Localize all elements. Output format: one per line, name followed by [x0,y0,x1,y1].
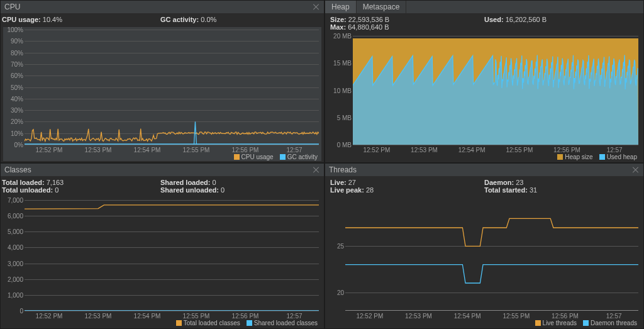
y-tick: 0% [3,142,23,148]
y-tick: 70% [3,60,23,67]
live-label: Live: [330,179,347,186]
y-tick: 10% [3,130,23,137]
x-tick: 12:53 PM [85,147,112,153]
chart-legend: Heap sizeUsed heap [557,152,637,161]
heap-used-value: 16,202,560 B [506,16,547,23]
heap-size-value: 22,593,536 B [348,16,389,23]
cpu-title: CPU [4,3,20,11]
y-tick: 60% [3,72,23,79]
y-tick: 20% [3,118,23,125]
y-tick: 3,000 [3,260,23,267]
live-peak-label: Live peak: [330,186,364,194]
chart-legend: CPU usageGC activity [234,152,318,161]
classes-chart[interactable]: 7,0006,0005,0004,0003,0002,0001,000012:5… [3,198,321,327]
cpu-usage-value: 10.4% [43,16,62,23]
y-tick: 20 MB [328,33,352,40]
threads-chart[interactable]: 252012:52 PM12:53 PM12:54 PM12:55 PM12:5… [328,198,641,327]
shared-loaded-value: 0 [213,179,216,186]
cpu-panel: CPU CPU usage: 10.4% GC activity: 0.0% 1… [0,0,325,163]
x-tick: 12:52 PM [36,313,63,320]
x-tick: 12:53 PM [405,313,432,320]
total-loaded-label: Total loaded: [2,179,45,186]
classes-panel: Classes Total loaded: 7,163 Total unload… [0,163,325,329]
threads-title: Threads [329,165,357,174]
daemon-value: 23 [516,179,523,186]
threads-titlebar: Threads [325,164,643,176]
classes-titlebar: Classes [1,164,324,176]
threads-panel: Threads Live: 27 Live peak: 28 Daemon: 2… [325,163,644,329]
y-tick: 20 [328,289,344,296]
y-tick: 100% [3,26,23,33]
cpu-titlebar: CPU [1,1,324,13]
shared-unloaded-label: Shared unloaded: [160,186,219,194]
tab-heap[interactable]: Heap [325,1,357,13]
close-icon[interactable] [313,3,320,11]
close-icon[interactable] [313,166,320,174]
x-tick: 12:55 PM [502,313,530,320]
x-tick: 12:53 PM [85,313,112,320]
total-unloaded-label: Total unloaded: [2,186,53,194]
cpu-chart[interactable]: 100%90%80%70%60%50%40%30%20%10%0%12:52 P… [3,27,321,161]
y-tick: 6,000 [3,213,23,220]
y-tick: 30% [3,107,23,114]
y-tick: 40% [3,95,23,102]
y-tick: 90% [3,38,23,45]
heap-tabs: Heap Metaspace [325,1,643,13]
heap-chart[interactable]: 20 MB15 MB10 MB5 MB0 MB12:52 PM12:53 PM1… [328,35,641,161]
cpu-usage-label: CPU usage: [2,16,41,23]
x-tick: 12:54 PM [454,313,481,320]
y-tick: 2,000 [3,276,23,282]
threads-stats: Live: 27 Live peak: 28 Daemon: 23 Total … [325,176,643,198]
x-tick: 12:52 PM [363,147,390,153]
chart-legend: Live threadsDaemon threads [535,318,637,327]
gc-activity-value: 0.0% [201,16,216,23]
x-tick: 12:53 PM [411,147,438,153]
x-tick: 12:54 PM [134,147,161,153]
y-tick: 4,000 [3,244,23,251]
x-tick: 12:54 PM [134,313,161,320]
started-label: Total started: [484,186,528,194]
total-unloaded-value: 0 [55,186,58,194]
x-tick: 12:54 PM [458,147,486,153]
y-tick: 0 [3,308,23,315]
shared-loaded-label: Shared loaded: [160,179,210,186]
x-tick: 12:55 PM [506,147,533,153]
shared-unloaded-value: 0 [221,186,225,194]
heap-max-value: 64,880,640 B [348,23,389,31]
y-tick: 0 MB [328,142,352,148]
heap-panel: Heap Metaspace Size: 22,593,536 B Max: 6… [325,0,644,163]
y-tick: 5,000 [3,228,23,235]
live-peak-value: 28 [366,186,374,194]
heap-max-label: Max: [330,23,346,31]
x-tick: 12:55 PM [183,147,210,153]
x-tick: 12:52 PM [356,313,383,320]
daemon-label: Daemon: [484,179,514,186]
y-tick: 50% [3,84,23,91]
x-tick: 12:52 PM [36,147,63,153]
y-tick: 25 [328,243,344,250]
y-tick: 1,000 [3,291,23,298]
total-loaded-value: 7,163 [47,179,64,186]
classes-title: Classes [4,165,31,174]
y-tick: 15 MB [328,60,352,67]
started-value: 31 [530,186,537,194]
y-tick: 80% [3,49,23,56]
chart-legend: Total loaded classesShared loaded classe… [176,318,318,327]
y-tick: 7,000 [3,197,23,204]
gc-activity-label: GC activity: [160,16,199,23]
heap-used-label: Used: [484,16,504,23]
classes-stats: Total loaded: 7,163 Total unloaded: 0 Sh… [1,176,324,198]
live-value: 27 [348,179,356,186]
heap-stats: Size: 22,593,536 B Max: 64,880,640 B Use… [325,13,643,35]
cpu-stats: CPU usage: 10.4% GC activity: 0.0% [1,13,324,27]
close-icon[interactable] [632,166,640,174]
heap-size-label: Size: [330,16,347,23]
y-tick: 5 MB [328,114,352,121]
tab-metaspace[interactable]: Metaspace [357,1,407,13]
y-tick: 10 MB [328,87,352,94]
